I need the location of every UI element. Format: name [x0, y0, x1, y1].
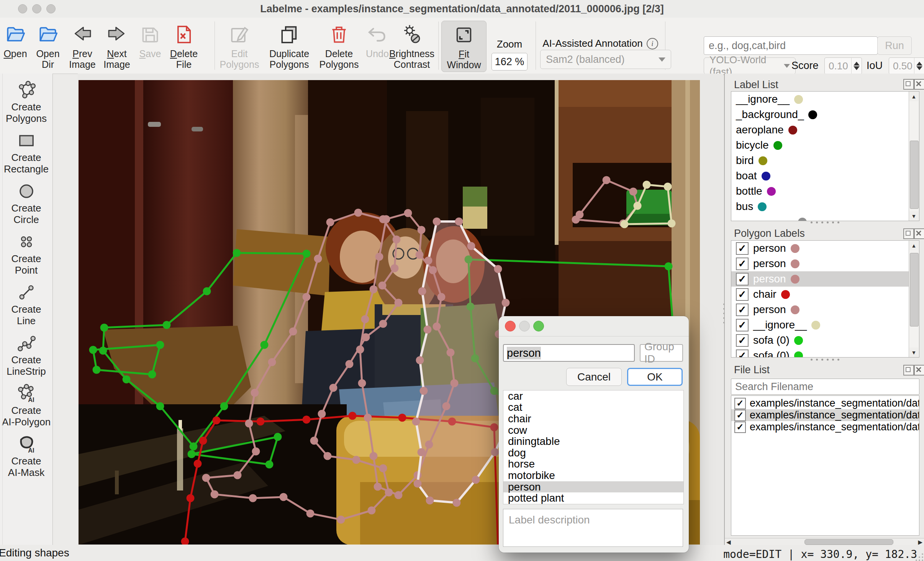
label-list-item[interactable] [731, 214, 919, 221]
polygon-vertex[interactable] [314, 255, 322, 263]
polygon-vertex[interactable] [361, 315, 369, 323]
polygon-vertex[interactable] [220, 402, 228, 410]
polygon-vertex[interactable] [289, 328, 297, 336]
polygon-vertex[interactable] [352, 456, 360, 464]
polygon-vertex[interactable] [249, 494, 257, 502]
polygon-vertex[interactable] [188, 450, 196, 458]
label-list-item[interactable]: bus [731, 199, 919, 214]
minimize-window-icon[interactable] [32, 4, 41, 13]
label-option-car[interactable]: car [503, 390, 683, 402]
tool-create-polygons[interactable]: CreatePolygons [0, 79, 52, 124]
visibility-checkbox[interactable]: ✓ [736, 334, 749, 347]
polygon-vertex[interactable] [211, 490, 219, 499]
polygon-labels-scrollbar[interactable]: ▲ ▼ [909, 241, 919, 357]
polygon-vertex[interactable] [257, 418, 265, 426]
polygon-vertex[interactable] [268, 358, 276, 366]
polygon-vertex[interactable] [199, 437, 207, 445]
polygon-vertex[interactable] [251, 389, 259, 397]
polygon-vertex[interactable] [187, 494, 195, 502]
polygon-vertex[interactable] [358, 379, 366, 387]
tool-create-circle[interactable]: CreateCircle [0, 180, 52, 225]
polygon-vertex[interactable] [414, 480, 422, 488]
polygon-vertex[interactable] [455, 218, 463, 226]
polygon-vertex[interactable] [329, 384, 337, 392]
polygon-label-row[interactable]: ✓sofa (0) [731, 348, 919, 358]
polygon-vertex[interactable] [100, 324, 108, 332]
file-checkbox[interactable]: ✓ [734, 422, 746, 433]
polygon-label-row[interactable]: ✓person [731, 241, 919, 256]
polygon-label-row[interactable]: ✓person [731, 271, 919, 287]
group-id-input[interactable]: Group ID [640, 344, 683, 362]
polygon-vertex[interactable] [202, 474, 210, 482]
label-option-cat[interactable]: cat [503, 402, 683, 413]
label-list-item[interactable]: boat [731, 168, 919, 184]
polygon-vertex[interactable] [370, 285, 378, 294]
score-spinbox[interactable]: 0.10 [824, 57, 862, 74]
toolbar-button-open[interactable]: Open [1, 21, 30, 71]
polygon-vertex[interactable] [252, 448, 260, 456]
polygon-vertex[interactable] [356, 346, 364, 354]
polygon-vertex[interactable] [433, 218, 441, 226]
polygon-vertex[interactable] [379, 320, 387, 328]
polygon-vertex[interactable] [280, 493, 288, 501]
polygon-vertex[interactable] [156, 402, 164, 410]
polygon-vertex[interactable] [156, 341, 164, 349]
toolbar-button-next-image[interactable]: NextImage [100, 21, 134, 71]
dialog-zoom-icon[interactable] [533, 321, 544, 331]
file-list-hscrollbar[interactable]: ◀ ▶ [725, 538, 924, 545]
polygon-vertex[interactable] [190, 443, 198, 451]
file-list-row[interactable]: ✓examples/instance_segmentation/data_a [731, 409, 919, 421]
label-option-person[interactable]: person [503, 481, 683, 493]
polygon-vertex[interactable] [420, 387, 428, 395]
polygon-vertex[interactable] [426, 497, 434, 505]
toolbar-button-duplicate-polygons[interactable]: DuplicatePolygons [264, 21, 315, 71]
polygon-vertex[interactable] [374, 483, 382, 491]
scrollbar-thumb[interactable] [804, 539, 893, 545]
polygon-vertex[interactable] [494, 265, 502, 273]
polygon-vertex[interactable] [418, 226, 426, 234]
polygon-vertex[interactable] [337, 516, 345, 524]
file-checkbox[interactable]: ✓ [734, 410, 746, 421]
polygon-vertex[interactable] [245, 420, 253, 428]
label-list-item[interactable]: _background_ [731, 107, 919, 122]
iou-spinbox[interactable]: 0.50 [889, 57, 924, 74]
polygon-vertex[interactable] [306, 510, 315, 518]
polygon-label-row[interactable]: ✓sofa (0) [731, 333, 919, 348]
label-option-cow[interactable]: cow [503, 425, 683, 436]
toolbar-button-delete-file[interactable]: DeleteFile [165, 21, 203, 71]
label-name-input[interactable]: person [503, 344, 635, 362]
close-window-icon[interactable] [18, 4, 27, 13]
polygon-vertex[interactable] [424, 257, 433, 265]
float-panel-icon[interactable] [903, 79, 914, 90]
polygon-vertex[interactable] [418, 448, 426, 456]
polygon-vertex[interactable] [629, 188, 637, 196]
polygon-vertex[interactable] [418, 287, 426, 295]
polygon-vertex[interactable] [398, 414, 406, 422]
polygon-vertex[interactable] [364, 414, 372, 422]
polygon-vertex[interactable] [379, 464, 387, 472]
polygon-vertex[interactable] [395, 299, 403, 307]
resize-grip[interactable] [916, 553, 923, 561]
polygon-label-row[interactable]: ✓person [731, 302, 919, 317]
polygon-vertex[interactable] [467, 242, 475, 250]
close-panel-icon[interactable] [914, 79, 924, 90]
file-list-row[interactable]: ✓examples/instance_segmentation/data_a [731, 421, 919, 433]
tool-create-rectangle[interactable]: CreateRectangle [0, 130, 52, 175]
tool-create-line[interactable]: CreateLine [0, 281, 52, 326]
polygon-vertex[interactable] [382, 215, 390, 223]
toolbar-button-fit-window[interactable]: FitWindow [441, 21, 487, 72]
polygon-vertex[interactable] [378, 282, 387, 290]
visibility-checkbox[interactable]: ✓ [736, 303, 749, 316]
ok-button[interactable]: OK [627, 368, 683, 386]
polygon-vertex[interactable] [502, 299, 510, 307]
polygon-label-row[interactable]: ✓chair [731, 287, 919, 302]
polygon-vertex[interactable] [233, 249, 241, 257]
ai-text-prompt-input[interactable] [704, 36, 878, 55]
label-option-chair[interactable]: chair [503, 413, 683, 425]
label-list-item[interactable]: bottle [731, 184, 919, 199]
polygon-vertex[interactable] [234, 471, 242, 479]
polygon-vertex[interactable] [326, 218, 334, 226]
zoom-value-field[interactable]: 162 % [491, 53, 528, 71]
toolbar-button-prev-image[interactable]: PrevImage [65, 21, 100, 71]
polygon-vertex[interactable] [89, 346, 97, 354]
